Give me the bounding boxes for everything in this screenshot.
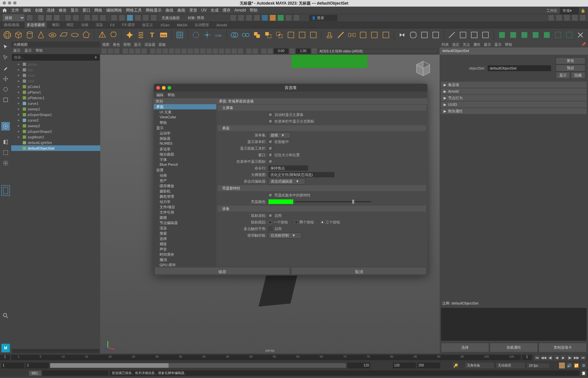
vp-grid-icon[interactable] xyxy=(150,48,155,54)
center-pivot-icon[interactable] xyxy=(202,30,212,40)
vp-ao-icon[interactable] xyxy=(219,48,224,54)
ae-notes-field[interactable] xyxy=(441,308,587,341)
lasso-icon[interactable] xyxy=(92,15,98,21)
ae-section-uuid[interactable]: ▶UUID xyxy=(441,102,587,107)
superellipse-icon[interactable] xyxy=(125,30,134,40)
snap-plane-icon[interactable] xyxy=(135,15,141,21)
next-key-icon[interactable]: |▶ xyxy=(567,355,573,361)
menu-meshtools[interactable]: 网格工具 xyxy=(126,8,142,13)
outliner-item[interactable]: ▸pSuperShape2 xyxy=(11,129,100,134)
torus-icon[interactable] xyxy=(48,30,57,40)
uv-auto-icon[interactable] xyxy=(531,30,540,40)
vp-icon-7[interactable] xyxy=(141,48,147,54)
menu-create[interactable]: 创建 xyxy=(35,8,43,13)
rotate-tool[interactable] xyxy=(1,85,10,94)
mirror-icon[interactable] xyxy=(397,30,407,40)
vp-shadow-icon[interactable] xyxy=(200,48,205,54)
ae-load-btn[interactable]: 加载属性 xyxy=(490,343,538,352)
chk-highlight-new[interactable]: ✓ xyxy=(268,193,272,197)
target-weld-icon[interactable] xyxy=(458,30,468,40)
vp-ms-icon[interactable] xyxy=(225,48,231,54)
vp-colorspace-dropdown[interactable]: ACES 1.0 SDR-video (sRGB) xyxy=(318,49,438,54)
home-icon[interactable] xyxy=(2,8,7,13)
mode-selector[interactable]: 建模 xyxy=(2,14,25,22)
shelf-tool-d[interactable] xyxy=(358,30,368,40)
shelf-tab-custom[interactable]: 自定义 xyxy=(140,22,155,28)
shelf-tab-anim[interactable]: 动画 xyxy=(79,22,90,28)
menu-meshdisplay[interactable]: 网格显示 xyxy=(146,8,162,13)
ae-tab[interactable]: defaultObjectSet xyxy=(440,47,588,55)
menu-window[interactable]: 窗口 xyxy=(82,8,90,13)
workspace-lock-icon[interactable]: 🔒 xyxy=(581,9,585,13)
dialog-category-item[interactable]: 捕捉 xyxy=(154,241,216,247)
search-tool[interactable] xyxy=(1,311,10,320)
history-icon[interactable] xyxy=(230,15,236,21)
shelf-tool-h[interactable] xyxy=(481,30,490,40)
menu-help[interactable]: 帮助 xyxy=(250,8,258,13)
open-scene-icon[interactable] xyxy=(46,15,52,21)
paint-select-icon[interactable] xyxy=(100,15,106,21)
dialog-category-item[interactable]: 界面 xyxy=(154,104,216,109)
chk-scroll[interactable]: ✓ xyxy=(268,214,272,218)
vp-iso-icon[interactable] xyxy=(206,48,212,54)
vp-icon-3[interactable] xyxy=(114,48,119,54)
bool-inter-icon[interactable] xyxy=(275,30,284,40)
charset-dropdown[interactable]: 无角色集 xyxy=(465,362,494,369)
ae-select-btn[interactable]: 选择 xyxy=(441,343,489,352)
vp-menu-renderer[interactable]: 渲染器 xyxy=(144,42,155,47)
uv-planar-icon[interactable] xyxy=(497,30,507,40)
vp-gam-field-icon[interactable] xyxy=(290,48,295,54)
bool-diff-icon[interactable] xyxy=(263,30,273,40)
dialog-category-item[interactable]: 运动学 xyxy=(154,131,216,136)
vp-light-icon[interactable] xyxy=(194,48,199,54)
layout-four[interactable] xyxy=(1,159,10,167)
dialog-category-item[interactable]: 建模 xyxy=(154,215,216,220)
vp-menu-shading[interactable]: 着色 xyxy=(113,42,120,47)
dialog-category-item[interactable]: 搜索 xyxy=(154,231,216,236)
dialog-category-item[interactable]: 声音 xyxy=(154,247,216,252)
vp-icon-1[interactable] xyxy=(102,48,107,54)
vp-wire-icon[interactable] xyxy=(181,48,187,54)
retopo-icon[interactable] xyxy=(420,30,429,40)
menu-editmesh[interactable]: 编辑网格 xyxy=(106,8,122,13)
ae-hide-btn[interactable]: 隐藏 xyxy=(571,72,585,79)
save-scene-icon[interactable] xyxy=(53,15,60,21)
vp-icon-2[interactable] xyxy=(108,48,113,54)
ae-show-btn[interactable]: 显示 xyxy=(556,72,570,79)
play-back-icon[interactable]: ◀ xyxy=(554,355,560,361)
range-max-start[interactable]: 120 xyxy=(347,363,370,368)
ae-menu-attr[interactable]: 属性 xyxy=(473,42,480,47)
dialog-maximize[interactable] xyxy=(168,86,171,90)
radio-2btn[interactable] xyxy=(294,220,298,224)
outliner-search[interactable]: 搜索...▼ xyxy=(12,54,100,61)
dd-menuset[interactable]: 建模 ▼ xyxy=(268,132,291,138)
symmetry-text[interactable]: 对称: 禁用 xyxy=(188,15,204,20)
separate-icon[interactable] xyxy=(241,30,250,40)
dialog-category-item[interactable]: 多边形 xyxy=(154,146,216,152)
menu-edit[interactable]: 编辑 xyxy=(23,8,31,13)
extrude-icon[interactable] xyxy=(325,30,334,40)
light-editor-icon[interactable] xyxy=(277,15,284,21)
radio-1btn[interactable] xyxy=(268,220,272,224)
txt-outliner[interactable] xyxy=(268,172,334,177)
platonic-icon[interactable] xyxy=(81,30,91,40)
dd-trackpad[interactable]: 仅光标控制 ▼ xyxy=(268,232,302,239)
dialog-category-item[interactable]: 缓存播放 xyxy=(154,183,216,189)
paint-tool[interactable] xyxy=(1,64,10,73)
panel-layout-3-icon[interactable] xyxy=(564,15,570,21)
loop-icon[interactable]: 🔁 xyxy=(573,363,579,368)
type-icon[interactable]: T xyxy=(147,30,157,40)
animlayer-dropdown[interactable]: 无动画层 xyxy=(496,362,525,369)
bridge-icon[interactable] xyxy=(347,30,356,40)
render-view-icon[interactable] xyxy=(269,15,276,21)
vp-res-icon[interactable] xyxy=(169,48,174,54)
range-track[interactable] xyxy=(50,363,346,368)
slider-handle[interactable] xyxy=(352,200,354,204)
select-mode-icon[interactable] xyxy=(84,15,90,21)
bevel-icon[interactable] xyxy=(336,30,345,40)
menu-modify[interactable]: 修改 xyxy=(59,8,67,13)
menu-file[interactable]: 文件 xyxy=(11,8,19,13)
undo-icon[interactable] xyxy=(65,15,71,21)
ae-menu-focus[interactable]: 关注 xyxy=(463,42,470,47)
uv-sphere-icon[interactable] xyxy=(520,30,529,40)
